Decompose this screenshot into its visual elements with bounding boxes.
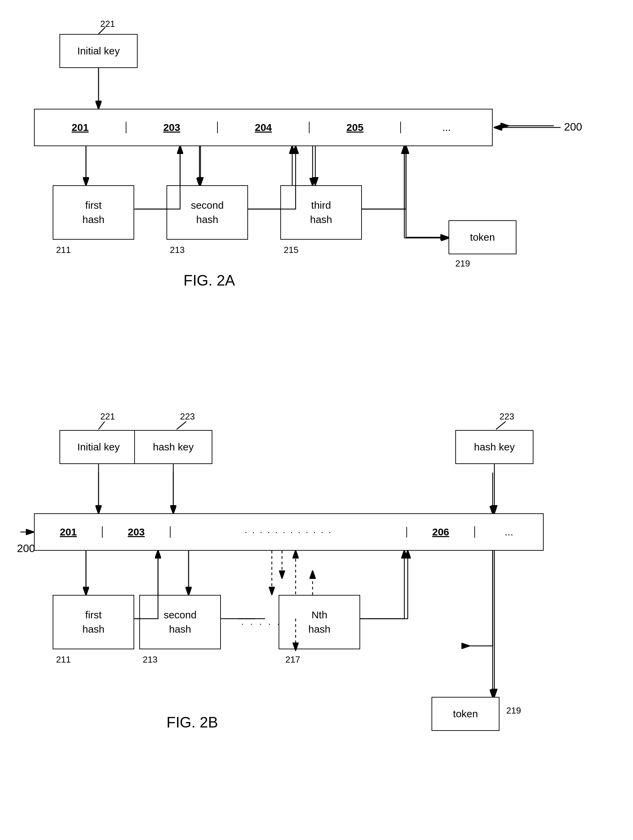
fig2b-title: FIG. 2B [167, 714, 218, 731]
label-211-fig2a: 211 [56, 245, 71, 255]
cell-204-fig2a: 204 [218, 122, 310, 133]
cell-201-fig2b: 201 [35, 526, 102, 538]
cell-ellipsis-fig2a: ... [401, 122, 492, 133]
array-row-fig2a: 201 203 204 205 ... [34, 109, 493, 146]
hash-key-box-right-fig2b: hash key [455, 430, 534, 464]
label-219-fig2b: 219 [506, 706, 521, 716]
cell-203-fig2b: 203 [102, 526, 170, 538]
label-221-fig2b: 221 [100, 411, 115, 422]
first-hash-box-fig2a: first hash [53, 185, 134, 240]
token-box-fig2a: token [449, 220, 516, 254]
initial-key-box-fig2a: Initial key [60, 34, 138, 68]
cell-203-fig2a: 203 [126, 122, 218, 133]
cell-ellipsis-mid-fig2b: · · · · · · · · · · · · [170, 527, 407, 537]
cell-ellipsis-right-fig2b: ... [475, 526, 543, 538]
first-hash-box-fig2b: first hash [53, 595, 134, 649]
label-211-fig2b: 211 [56, 654, 71, 665]
label-223-right-fig2b: 223 [499, 411, 514, 422]
nth-hash-box-fig2b: Nth hash [279, 595, 360, 649]
initial-key-box-fig2b: Initial key [60, 430, 138, 464]
label-200-fig2a: 200 [564, 121, 582, 133]
label-213-fig2b: 213 [143, 654, 157, 665]
second-hash-box-fig2a: second hash [167, 185, 248, 240]
token-box-fig2b: token [431, 697, 499, 731]
label-217-fig2b: 217 [285, 654, 300, 665]
cell-201-fig2a: 201 [35, 122, 126, 133]
second-hash-box-fig2b: second hash [139, 595, 221, 649]
label-213-fig2a: 213 [170, 245, 184, 255]
label-200-fig2b: 200 [17, 542, 35, 555]
cell-206-fig2b: 206 [407, 526, 475, 538]
label-215-fig2a: 215 [284, 245, 298, 255]
label-219-fig2a: 219 [455, 258, 470, 269]
cell-205-fig2a: 205 [310, 122, 401, 133]
label-223-left-fig2b: 223 [180, 411, 195, 422]
array-row-fig2b: 201 203 · · · · · · · · · · · · 206 ... [34, 513, 544, 551]
third-hash-box-fig2a: third hash [280, 185, 362, 240]
fig2a-title: FIG. 2A [183, 272, 235, 289]
label-221-fig2a: 221 [100, 19, 115, 29]
diagram-container: 221 Initial key 201 203 204 205 ... 200 … [0, 0, 633, 840]
hash-key-box-left-fig2b: hash key [134, 430, 213, 464]
